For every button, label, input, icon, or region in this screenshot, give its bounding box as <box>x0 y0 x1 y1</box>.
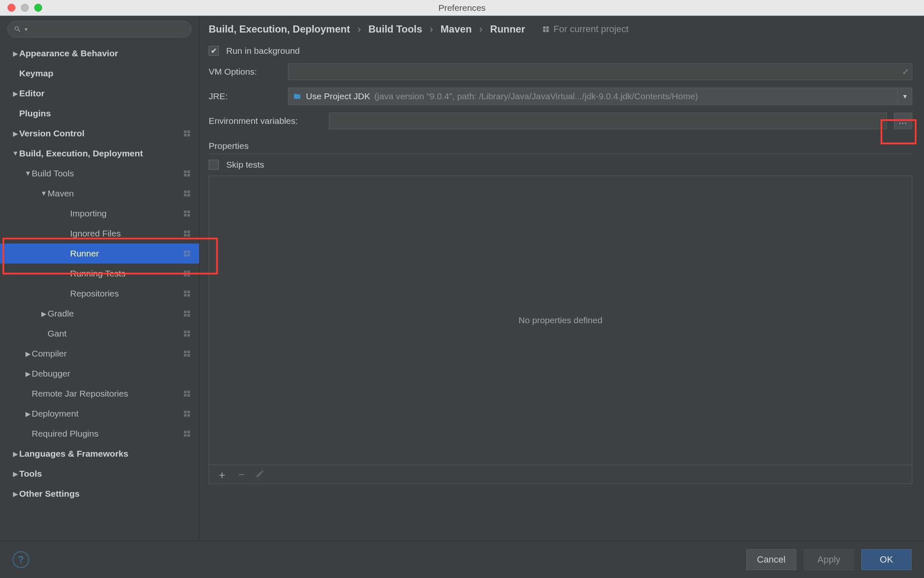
tree-item-debugger[interactable]: ▶Debugger <box>0 364 199 384</box>
properties-section-title: Properties <box>209 141 912 151</box>
divider <box>209 153 912 154</box>
window-title: Preferences <box>0 3 924 13</box>
help-button[interactable]: ? <box>13 551 29 568</box>
tree-item-plugins[interactable]: Plugins <box>0 103 199 123</box>
tree-item-gradle[interactable]: ▶Gradle <box>0 304 199 324</box>
skip-tests-checkbox[interactable] <box>209 160 219 170</box>
breadcrumb-part[interactable]: Maven <box>441 23 472 35</box>
breadcrumb-sep: › <box>430 23 433 35</box>
breadcrumb-part[interactable]: Build, Execution, Deployment <box>209 23 350 35</box>
jre-label: JRE: <box>209 91 280 101</box>
chevron-down-icon: ▼ <box>40 190 48 197</box>
vm-options-label: VM Options: <box>209 67 280 77</box>
breadcrumb-part[interactable]: Runner <box>490 23 525 35</box>
ok-button[interactable]: OK <box>861 549 911 570</box>
tree-item-appearance-behavior[interactable]: ▶Appearance & Behavior <box>0 43 199 63</box>
tree-item-importing[interactable]: Importing <box>0 204 199 224</box>
add-property-button[interactable]: ＋ <box>217 469 227 480</box>
sidebar: ▾ ▶Appearance & BehaviorKeymap▶EditorPlu… <box>0 16 199 540</box>
tree-item-version-control[interactable]: ▶Version Control <box>0 123 199 143</box>
tree-item-label: Remote Jar Repositories <box>32 389 182 399</box>
jre-combobox[interactable]: Use Project JDK (java version "9.0.4", p… <box>288 88 912 105</box>
chevron-right-icon: ▶ <box>12 50 19 58</box>
chevron-right-icon: ▶ <box>24 350 32 358</box>
run-in-background-checkbox[interactable] <box>209 46 219 56</box>
tree-item-label: Version Control <box>19 128 182 138</box>
jre-dropdown-button[interactable]: ▼ <box>897 88 912 105</box>
env-vars-input[interactable] <box>329 113 887 129</box>
chevron-down-icon: ▼ <box>902 93 908 100</box>
properties-empty-text: No properties defined <box>519 315 603 325</box>
project-scope-icon <box>182 189 192 198</box>
chevron-right-icon: ▶ <box>24 410 32 418</box>
chevron-right-icon: ▶ <box>12 130 19 138</box>
remove-property-button[interactable]: − <box>238 469 245 480</box>
tree-item-repositories[interactable]: Repositories <box>0 284 199 304</box>
tree-item-remote-jar-repositories[interactable]: Remote Jar Repositories <box>0 384 199 404</box>
breadcrumb-sep: › <box>479 23 482 35</box>
breadcrumb-part[interactable]: Build Tools <box>369 23 422 35</box>
tree-item-gant[interactable]: Gant <box>0 324 199 344</box>
chevron-right-icon: ▶ <box>12 450 19 458</box>
chevron-right-icon: ▶ <box>40 310 48 318</box>
tree-item-label: Build, Execution, Deployment <box>19 148 192 158</box>
project-scope-icon <box>182 169 192 178</box>
tree-item-label: Build Tools <box>32 168 182 178</box>
tree-item-label: Appearance & Behavior <box>19 48 192 58</box>
search-icon <box>14 25 21 33</box>
project-scope-icon <box>182 389 192 398</box>
tree-item-required-plugins[interactable]: Required Plugins <box>0 424 199 444</box>
tree-item-label: Repositories <box>70 289 182 299</box>
chevron-right-icon: ▶ <box>12 90 19 98</box>
project-scope-icon <box>182 129 192 138</box>
cancel-button[interactable]: Cancel <box>746 549 796 570</box>
tree-item-label: Gant <box>48 329 182 339</box>
breadcrumb: Build, Execution, Deployment › Build Too… <box>209 23 912 35</box>
tree-item-maven[interactable]: ▼Maven <box>0 183 199 204</box>
search-input[interactable]: ▾ <box>8 21 192 38</box>
chevron-down-icon: ▼ <box>24 170 32 177</box>
env-vars-browse-button[interactable]: … <box>894 113 912 129</box>
tree-item-ignored-files[interactable]: Ignored Files <box>0 224 199 244</box>
vm-options-input[interactable]: ⤢ <box>288 63 912 80</box>
tree-item-build-tools[interactable]: ▼Build Tools <box>0 163 199 183</box>
chevron-right-icon: ▶ <box>24 370 32 378</box>
tree-item-label: Required Plugins <box>32 429 182 439</box>
dialog-footer: ? Cancel Apply OK <box>0 540 924 578</box>
chevron-right-icon: ▶ <box>12 490 19 498</box>
project-scope-icon <box>182 249 192 258</box>
tree-item-editor[interactable]: ▶Editor <box>0 83 199 103</box>
tree-item-build-execution-deployment[interactable]: ▼Build, Execution, Deployment <box>0 143 199 163</box>
tree-item-label: Tools <box>19 469 192 479</box>
tree-item-label: Ignored Files <box>70 229 182 239</box>
apply-button[interactable]: Apply <box>804 549 854 570</box>
project-scope-icon <box>542 25 550 33</box>
pencil-icon <box>255 469 265 478</box>
project-scope-icon <box>182 329 192 338</box>
tree-item-running-tests[interactable]: Running Tests <box>0 264 199 284</box>
tree-item-deployment[interactable]: ▶Deployment <box>0 404 199 424</box>
skip-tests-label: Skip tests <box>226 160 264 170</box>
tree-item-compiler[interactable]: ▶Compiler <box>0 344 199 364</box>
project-scope-icon <box>182 309 192 318</box>
tree-item-keymap[interactable]: Keymap <box>0 63 199 83</box>
tree-item-languages-frameworks[interactable]: ▶Languages & Frameworks <box>0 444 199 464</box>
tree-item-label: Debugger <box>32 369 192 379</box>
project-scope-icon <box>182 229 192 238</box>
search-chevron-icon: ▾ <box>25 26 28 33</box>
edit-property-button[interactable] <box>255 469 265 480</box>
content-pane: Build, Execution, Deployment › Build Too… <box>199 16 924 540</box>
tree-item-runner[interactable]: Runner <box>0 244 199 264</box>
tree-item-label: Languages & Frameworks <box>19 449 192 459</box>
tree-item-other-settings[interactable]: ▶Other Settings <box>0 484 199 504</box>
tree-item-tools[interactable]: ▶Tools <box>0 464 199 484</box>
folder-icon <box>293 93 302 100</box>
titlebar: Preferences <box>0 0 924 16</box>
project-scope-icon <box>182 289 192 298</box>
expand-field-icon[interactable]: ⤢ <box>902 67 909 76</box>
project-scope-icon <box>182 209 192 218</box>
chevron-down-icon: ▼ <box>12 150 19 157</box>
project-scope-icon <box>182 409 192 418</box>
tree-item-label: Deployment <box>32 409 182 419</box>
tree-item-label: Running Tests <box>70 269 182 279</box>
